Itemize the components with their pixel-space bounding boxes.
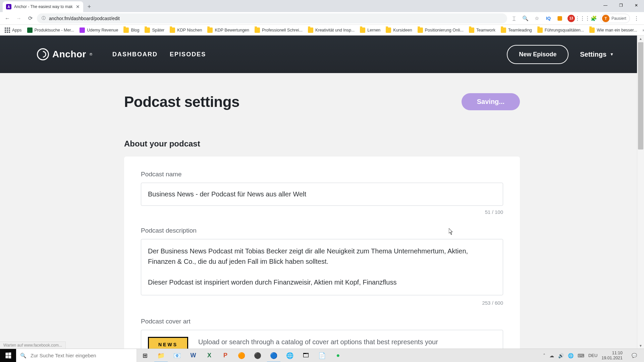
- site-info-icon[interactable]: ⓘ: [42, 15, 46, 21]
- bookmark-item[interactable]: Kursideen: [384, 26, 414, 34]
- window-maximize-button[interactable]: ❐: [613, 0, 629, 11]
- profile-avatar: T: [602, 15, 609, 22]
- bookmark-item[interactable]: Führungsqualitäten...: [535, 26, 586, 34]
- scrollbar-thumb[interactable]: [638, 42, 643, 149]
- bookmark-item[interactable]: Wie man ein besser...: [587, 26, 639, 34]
- star-icon[interactable]: ☆: [532, 13, 542, 23]
- file-explorer-icon[interactable]: 📁: [153, 349, 169, 362]
- obs-icon[interactable]: ⚫: [250, 349, 266, 362]
- nav-reload-button[interactable]: ⟳: [25, 14, 35, 23]
- cover-art-thumbnail[interactable]: NEWS: [148, 337, 188, 349]
- extension-badge-icon[interactable]: 13: [566, 13, 576, 23]
- volume-icon[interactable]: 🔊: [558, 353, 564, 358]
- url-field[interactable]: ⓘ anchor.fm/dashboard/podcast/edit: [37, 13, 507, 23]
- onedrive-icon[interactable]: ☁: [549, 353, 554, 358]
- nav-forward-button[interactable]: →: [14, 14, 23, 23]
- scroll-down-icon[interactable]: ▼: [637, 343, 644, 349]
- action-center-icon[interactable]: 💬: [627, 349, 642, 362]
- extension-icon[interactable]: [555, 13, 565, 23]
- spotify-icon[interactable]: ●: [330, 349, 346, 362]
- language-indicator[interactable]: DEU: [588, 353, 597, 358]
- profile-label: Pausiert: [611, 16, 626, 21]
- bookmark-item[interactable]: Professionell Schrei...: [253, 26, 305, 34]
- translate-icon[interactable]: ⌶: [509, 13, 519, 23]
- zoom-icon[interactable]: 🔍: [521, 13, 531, 23]
- tab-close-icon[interactable]: ✕: [76, 4, 80, 9]
- registered-icon: ®: [90, 52, 92, 56]
- bookmark-item[interactable]: Kreativität und Insp...: [306, 26, 357, 34]
- tray-overflow-icon[interactable]: ˄: [543, 353, 545, 358]
- window-minimize-button[interactable]: —: [598, 0, 613, 11]
- word-icon[interactable]: W: [185, 349, 201, 362]
- scroll-up-icon[interactable]: ▲: [637, 36, 644, 42]
- bookmark-label: Später: [152, 28, 164, 33]
- bookmark-item[interactable]: Teamleading: [499, 26, 534, 34]
- excel-icon[interactable]: X: [201, 349, 217, 362]
- bookmark-item[interactable]: Blog: [121, 26, 141, 34]
- settings-menu[interactable]: Settings ▼: [580, 51, 614, 58]
- notepad-icon[interactable]: 📄: [314, 349, 330, 362]
- start-button[interactable]: [0, 349, 16, 362]
- nav-back-button[interactable]: ←: [3, 14, 12, 23]
- keyboard-icon[interactable]: ⌨: [578, 353, 584, 358]
- bookmarks-bar: Apps Produktsuche - Mer... Udemy Revenue…: [0, 25, 644, 36]
- anchor-logo[interactable]: Anchor®: [37, 48, 92, 60]
- powerpoint-icon[interactable]: P: [217, 349, 233, 362]
- folder-icon: [537, 27, 543, 33]
- page-title: Podcast settings: [124, 94, 239, 110]
- task-view-icon[interactable]: ⊞: [137, 349, 153, 362]
- window-close-button[interactable]: ✕: [629, 0, 644, 11]
- about-card: Podcast name 51 / 100 Podcast descriptio…: [124, 157, 520, 349]
- cover-art-help-text: Upload or search through a catalog of co…: [198, 337, 438, 347]
- bookmark-item[interactable]: Positionierung Onli...: [416, 26, 466, 34]
- site-icon: [27, 27, 33, 33]
- app-icon[interactable]: 🟠: [233, 349, 250, 362]
- bookmark-label: Kreativität und Insp...: [315, 28, 355, 33]
- new-episode-button[interactable]: New Episode: [507, 45, 569, 64]
- profile-chip[interactable]: T Pausiert: [600, 14, 630, 23]
- new-tab-button[interactable]: +: [85, 2, 94, 11]
- bookmark-item[interactable]: Produktsuche - Mer...: [25, 26, 76, 34]
- chevron-down-icon: ▼: [610, 52, 614, 57]
- podcast-name-input[interactable]: [141, 183, 503, 206]
- extensions-puzzle-icon[interactable]: 🧩: [589, 13, 599, 23]
- folder-icon: [386, 27, 391, 33]
- bookmark-item[interactable]: Lernen: [358, 26, 382, 34]
- site-icon: [79, 27, 85, 33]
- content-area: Podcast settings Saving... About your po…: [0, 73, 644, 349]
- nav-dashboard[interactable]: DASHBOARD: [112, 51, 158, 58]
- vertical-scrollbar[interactable]: ▲ ▼: [637, 36, 644, 349]
- svg-rect-0: [557, 16, 562, 21]
- edge-icon[interactable]: 🌐: [282, 349, 298, 362]
- nav-episodes[interactable]: EPISODES: [170, 51, 206, 58]
- extension-badge: 13: [568, 15, 575, 22]
- mail-icon[interactable]: 📧: [169, 349, 185, 362]
- bookmark-item[interactable]: KDP Bewertungen: [205, 26, 251, 34]
- bookmark-label: Udemy Revenue: [87, 28, 118, 33]
- taskbar-clock[interactable]: 11:10 19.01.2021: [601, 351, 623, 360]
- bookmark-item[interactable]: Teamwork: [467, 26, 497, 34]
- save-button[interactable]: Saving...: [462, 93, 520, 110]
- chrome-menu-icon[interactable]: ⋮: [631, 13, 641, 23]
- taskbar-apps: ⊞ 📁 📧 W X P 🟠 ⚫ 🔵 🌐 🗔 📄 ●: [137, 349, 346, 362]
- taskbar-search[interactable]: 🔍 Zur Suche Text hier eingeben: [16, 349, 137, 362]
- bookmark-item[interactable]: Später: [143, 26, 166, 34]
- cover-art-row: NEWS Upload or search through a catalog …: [141, 330, 503, 349]
- bookmark-item[interactable]: Udemy Revenue: [77, 26, 120, 34]
- folder-icon: [145, 27, 150, 33]
- bookmarks-overflow-icon[interactable]: »: [640, 26, 644, 34]
- iq-extension-icon[interactable]: IQ: [543, 13, 553, 23]
- settings-label: Settings: [580, 51, 606, 58]
- podcast-description-input[interactable]: [141, 239, 503, 295]
- bookmark-item[interactable]: KDP Nischen: [168, 26, 204, 34]
- bookmark-label: Teamleading: [508, 28, 532, 33]
- browser-tab[interactable]: A Anchor - The easiest way to mak ✕: [3, 1, 83, 12]
- network-icon[interactable]: 🌐: [568, 353, 574, 358]
- browser-titlebar: A Anchor - The easiest way to mak ✕ + — …: [0, 0, 644, 12]
- extensions-grid-icon[interactable]: ⋮⋮⋮: [578, 13, 588, 23]
- apps-button[interactable]: Apps: [3, 26, 24, 34]
- app-icon-2[interactable]: 🗔: [298, 349, 314, 362]
- tab-title: Anchor - The easiest way to mak: [14, 4, 73, 9]
- chrome-icon[interactable]: 🔵: [266, 349, 282, 362]
- bookmark-label: Kursideen: [393, 28, 412, 33]
